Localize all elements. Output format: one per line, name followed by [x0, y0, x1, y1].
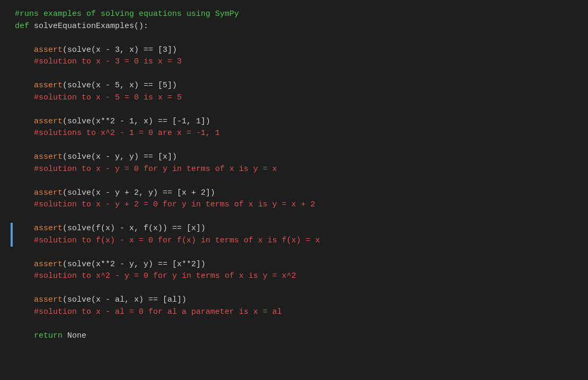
code-line: def solveEquationExamples():	[11, 21, 577, 33]
code-line: #runs examples of solving equations usin…	[11, 8, 577, 21]
code-line: assert(solve(x**2 - y, y) == [x**2])	[11, 259, 577, 271]
keyword-assert: assert	[15, 260, 63, 269]
code-line: #solution to x - y + 2 = 0 for y in term…	[11, 199, 577, 211]
keyword-assert: assert	[15, 152, 63, 161]
line-marker	[11, 306, 13, 319]
line-text: #solution to x - 5 = 0 is x = 5	[15, 92, 182, 104]
code-line: #solution to x - al = 0 for al a paramet…	[11, 306, 577, 319]
line-text: assert(solve(x - y + 2, y) == [x + 2])	[15, 187, 215, 200]
keyword-assert: assert	[15, 295, 63, 304]
line-text: #solution to x - y = 0 for y in terms of…	[15, 164, 277, 176]
code-line: #solution to x - y = 0 for y in terms of…	[11, 164, 577, 176]
code-line: assert(solve(f(x) - x, f(x)) == [x])	[11, 223, 577, 235]
empty-line	[11, 318, 577, 330]
line-marker	[11, 259, 13, 271]
line-text: #solution to x - al = 0 for al a paramet…	[15, 306, 282, 319]
assert-args: (solve(x - 5, x) == [5])	[63, 81, 177, 90]
line-text: assert(solve(x - al, x) == [al])	[15, 294, 186, 306]
line-text: #solution to x - 3 = 0 is x = 3	[15, 56, 182, 68]
keyword-assert: assert	[15, 46, 63, 55]
line-text: #solutions to x^2 - 1 = 0 are x = -1, 1	[15, 128, 220, 140]
line-text: assert(solve(x**2 - y, y) == [x**2])	[15, 259, 206, 271]
return-value: None	[63, 331, 86, 340]
code-line: #solution to x - 3 = 0 is x = 3	[11, 56, 577, 68]
empty-line	[11, 211, 577, 223]
line-marker	[11, 164, 13, 176]
code-line: #solution to x - 5 = 0 is x = 5	[11, 92, 577, 104]
line-marker	[11, 92, 13, 104]
code-block: #runs examples of solving equations usin…	[11, 8, 577, 342]
keyword-return: return	[15, 331, 63, 340]
line-marker	[11, 235, 13, 247]
assert-args: (solve(x - y, y) == [x])	[63, 152, 177, 161]
line-marker	[11, 151, 13, 164]
line-marker	[11, 270, 13, 283]
line-text: assert(solve(x**2 - 1, x) == [-1, 1])	[15, 116, 210, 128]
line-marker	[11, 80, 13, 92]
keyword-assert: assert	[15, 224, 63, 233]
empty-line	[11, 283, 577, 295]
assert-args: (solve(x - 3, x) == [3])	[63, 46, 177, 55]
empty-line	[11, 247, 577, 259]
line-marker	[11, 223, 13, 235]
assert-args: (solve(x**2 - 1, x) == [-1, 1])	[63, 117, 210, 126]
line-marker	[11, 21, 13, 33]
assert-args: (solve(x**2 - y, y) == [x**2])	[63, 260, 206, 269]
line-text: #runs examples of solving equations usin…	[15, 8, 239, 21]
empty-line	[11, 175, 577, 187]
line-text: #solution to x^2 - y = 0 for y in terms …	[15, 270, 296, 283]
line-text: #solution to f(x) - x = 0 for f(x) in te…	[15, 235, 320, 247]
empty-line	[11, 140, 577, 152]
line-text: assert(solve(f(x) - x, f(x)) == [x])	[15, 223, 206, 235]
keyword-def: def	[15, 22, 34, 31]
line-marker	[11, 8, 13, 21]
code-line: assert(solve(x - 3, x) == [3])	[11, 44, 577, 57]
keyword-assert: assert	[15, 188, 63, 197]
line-marker	[11, 199, 13, 211]
code-line: assert(solve(x**2 - 1, x) == [-1, 1])	[11, 116, 577, 128]
line-marker	[11, 330, 13, 342]
assert-args: (solve(x - al, x) == [al])	[63, 295, 186, 304]
assert-args: (solve(x - y + 2, y) == [x + 2])	[63, 188, 215, 197]
keyword-assert: assert	[15, 81, 63, 90]
code-line: assert(solve(x - y + 2, y) == [x + 2])	[11, 187, 577, 200]
code-line: #solution to x^2 - y = 0 for y in terms …	[11, 270, 577, 283]
code-line: #solution to f(x) - x = 0 for f(x) in te…	[11, 235, 577, 247]
line-text: assert(solve(x - 5, x) == [5])	[15, 80, 177, 92]
line-text: def solveEquationExamples():	[15, 21, 148, 33]
code-line: #solutions to x^2 - 1 = 0 are x = -1, 1	[11, 128, 577, 140]
code-line: return None	[11, 330, 577, 342]
empty-line	[11, 68, 577, 80]
line-text: return None	[15, 330, 86, 342]
line-marker	[11, 294, 13, 306]
empty-line	[11, 32, 577, 44]
keyword-assert: assert	[15, 117, 63, 126]
assert-args: (solve(f(x) - x, f(x)) == [x])	[63, 224, 206, 233]
line-marker	[11, 187, 13, 200]
empty-line	[11, 104, 577, 116]
line-text: #solution to x - y + 2 = 0 for y in term…	[15, 199, 315, 211]
line-text: assert(solve(x - 3, x) == [3])	[15, 44, 177, 57]
code-line: assert(solve(x - al, x) == [al])	[11, 294, 577, 306]
line-marker	[11, 128, 13, 140]
line-marker	[11, 44, 13, 57]
line-marker	[11, 116, 13, 128]
function-name: solveEquationExamples():	[34, 22, 148, 31]
line-text: assert(solve(x - y, y) == [x])	[15, 151, 177, 164]
code-line: assert(solve(x - y, y) == [x])	[11, 151, 577, 164]
line-marker	[11, 56, 13, 68]
code-line: assert(solve(x - 5, x) == [5])	[11, 80, 577, 92]
